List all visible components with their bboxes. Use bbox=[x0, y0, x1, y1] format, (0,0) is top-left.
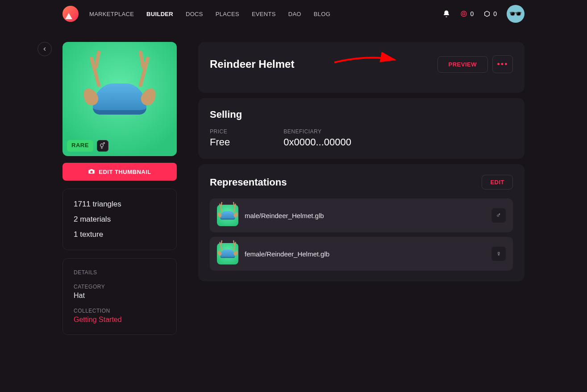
logo-icon[interactable] bbox=[62, 6, 79, 22]
edit-thumbnail-label: EDIT THUMBNAIL bbox=[99, 169, 151, 175]
nav-builder[interactable]: BUILDER bbox=[146, 11, 173, 17]
nav-docs[interactable]: DOCS bbox=[186, 11, 203, 17]
representation-row[interactable]: male/Reindeer_Helmet.glb ♂ bbox=[210, 198, 513, 232]
item-title: Reindeer Helmet bbox=[210, 58, 437, 70]
category-label: CATEGORY bbox=[74, 284, 166, 290]
mana-icon bbox=[460, 10, 467, 17]
nav-events[interactable]: EVENTS bbox=[252, 11, 276, 17]
nav-places[interactable]: PLACES bbox=[216, 11, 239, 17]
nav-dao[interactable]: DAO bbox=[288, 11, 301, 17]
representation-thumb-icon bbox=[217, 205, 238, 226]
beneficiary-label: BENEFICIARY bbox=[283, 128, 351, 135]
stats-box: 1711 triangles 2 materials 1 texture bbox=[62, 189, 177, 250]
stat-materials: 2 materials bbox=[74, 215, 166, 224]
nav-links: MARKETPLACE BUILDER DOCS PLACES EVENTS D… bbox=[89, 11, 330, 17]
back-button[interactable] bbox=[37, 42, 52, 56]
representation-file: female/Reindeer_Helmet.glb bbox=[245, 250, 485, 258]
svg-point-1 bbox=[463, 12, 465, 15]
poly-count: 0 bbox=[493, 10, 497, 17]
navbar: MARKETPLACE BUILDER DOCS PLACES EVENTS D… bbox=[0, 0, 587, 28]
representations-heading: Representations bbox=[210, 177, 482, 188]
avatar[interactable]: 🕶️ bbox=[507, 5, 525, 23]
representations-card: Representations EDIT male/Reindeer_Helme… bbox=[198, 164, 525, 281]
more-button[interactable]: ••• bbox=[492, 55, 513, 73]
price-value: Free bbox=[210, 136, 230, 148]
polygon-balance[interactable]: 0 bbox=[483, 10, 497, 17]
representation-thumb-icon bbox=[217, 243, 238, 264]
svg-point-0 bbox=[461, 11, 466, 17]
header-card: Reindeer Helmet PREVIEW ••• bbox=[198, 42, 525, 93]
edit-thumbnail-button[interactable]: EDIT THUMBNAIL bbox=[62, 163, 177, 181]
nav-marketplace[interactable]: MARKETPLACE bbox=[89, 11, 134, 17]
preview-button[interactable]: PREVIEW bbox=[437, 56, 488, 73]
collection-label: COLLECTION bbox=[74, 308, 166, 314]
collection-link[interactable]: Getting Started bbox=[74, 316, 166, 324]
camera-icon bbox=[88, 168, 95, 176]
representation-file: male/Reindeer_Helmet.glb bbox=[245, 212, 485, 219]
female-icon: ♀ bbox=[491, 247, 506, 261]
ellipsis-icon: ••• bbox=[497, 60, 508, 69]
stat-triangles: 1711 triangles bbox=[74, 200, 166, 209]
stat-textures: 1 texture bbox=[74, 230, 166, 239]
bell-icon[interactable] bbox=[442, 10, 450, 18]
selling-card: Selling PRICE Free BENEFICIARY 0x0000...… bbox=[198, 98, 525, 159]
details-box: DETAILS CATEGORY Hat COLLECTION Getting … bbox=[62, 258, 177, 335]
mana-balance[interactable]: 0 bbox=[460, 10, 474, 17]
nav-blog[interactable]: BLOG bbox=[314, 11, 330, 17]
item-thumbnail: RARE ⚥ bbox=[62, 42, 177, 156]
gender-badge: ⚥ bbox=[97, 140, 108, 152]
beneficiary-value: 0x0000...00000 bbox=[283, 136, 351, 148]
mana-count: 0 bbox=[470, 10, 474, 17]
price-label: PRICE bbox=[210, 128, 230, 135]
representation-row[interactable]: female/Reindeer_Helmet.glb ♀ bbox=[210, 237, 513, 271]
category-value: Hat bbox=[74, 292, 166, 300]
male-icon: ♂ bbox=[491, 208, 506, 223]
selling-heading: Selling bbox=[210, 109, 513, 120]
polygon-icon bbox=[483, 10, 491, 17]
rarity-badge: RARE bbox=[67, 140, 93, 152]
details-heading: DETAILS bbox=[74, 269, 166, 276]
edit-representations-button[interactable]: EDIT bbox=[482, 175, 513, 190]
